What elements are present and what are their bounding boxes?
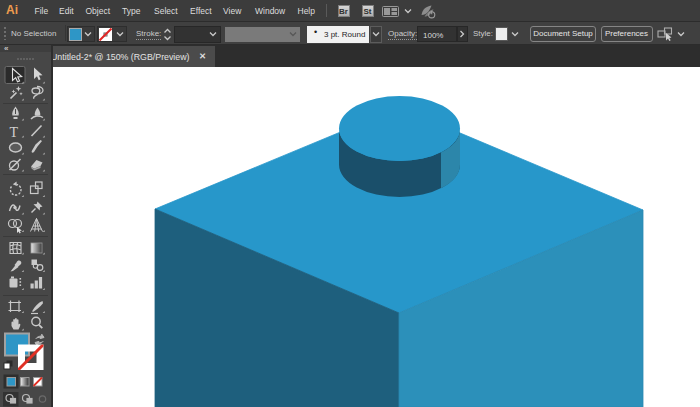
svg-text:«: « — [4, 45, 9, 53]
svg-text:T: T — [10, 125, 19, 140]
